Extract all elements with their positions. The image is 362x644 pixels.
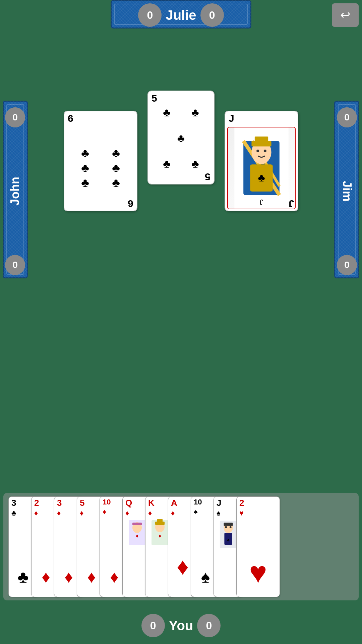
julie-score-right: 0 — [200, 3, 224, 27]
svg-rect-15 — [132, 523, 142, 525]
you-score-left: 0 — [141, 614, 165, 637]
svg-text:♠: ♠ — [227, 537, 229, 542]
svg-rect-21 — [157, 519, 163, 522]
play-area: 6 ♣ ♣ ♣ ♣ ♣ ♣ 6 5 ♣ ♣ ♣ ♣ ♣ 5 — [30, 84, 332, 252]
played-card-left[interactable]: 6 ♣ ♣ ♣ ♣ ♣ ♣ 6 — [64, 111, 137, 211]
jim-name: Jim — [340, 181, 354, 202]
svg-rect-26 — [224, 523, 233, 526]
center-card-rank-br: 5 — [201, 170, 214, 184]
john-score-bottom: 0 — [5, 255, 25, 275]
svg-text:♦: ♦ — [136, 533, 138, 539]
svg-point-7 — [256, 150, 259, 152]
svg-rect-6 — [255, 137, 268, 143]
played-card-center[interactable]: 5 ♣ ♣ ♣ ♣ ♣ 5 — [147, 91, 215, 184]
john-score-top: 0 — [5, 107, 25, 127]
jim-score-top: 0 — [337, 107, 357, 127]
you-score-right: 0 — [197, 614, 221, 637]
john-name: John — [8, 177, 22, 206]
hand-card-11[interactable]: 2 ♥ ♥ — [236, 496, 280, 597]
svg-text:J: J — [260, 198, 263, 206]
undo-icon: ↩ — [340, 8, 350, 22]
svg-point-8 — [264, 150, 266, 152]
julie-score-area: 0 Julie 0 — [138, 3, 224, 27]
left-card-rank-br: 6 — [124, 197, 137, 211]
undo-button[interactable]: ↩ — [332, 3, 359, 27]
julie-name: Julie — [166, 8, 196, 23]
svg-point-28 — [230, 526, 232, 528]
bottom-score-area: 0 You 0 — [0, 614, 362, 637]
player-hand: 3 ♣ ♣ 2 ♦ ♦ 3 ♦ ♦ 5 ♦ ♦ 10 ♦ ♦ Q ♦ — [3, 493, 359, 600]
left-player-area: 0 John 0 — [0, 101, 30, 282]
right-card-rank-br: J — [285, 197, 298, 211]
you-label: You — [169, 618, 193, 633]
right-card-rank: J — [225, 111, 298, 125]
played-card-right[interactable]: J — [225, 111, 298, 211]
jim-score-bottom: 0 — [337, 255, 357, 275]
svg-point-27 — [225, 526, 227, 528]
right-player-area: 0 Jim 0 — [332, 101, 362, 282]
left-card-rank: 6 — [64, 111, 137, 125]
svg-text:♣: ♣ — [258, 172, 265, 184]
top-player-area: 0 Julie 0 — [0, 0, 362, 30]
julie-score-left: 0 — [138, 3, 162, 27]
center-card-rank: 5 — [148, 91, 214, 105]
svg-text:♦: ♦ — [159, 533, 161, 539]
